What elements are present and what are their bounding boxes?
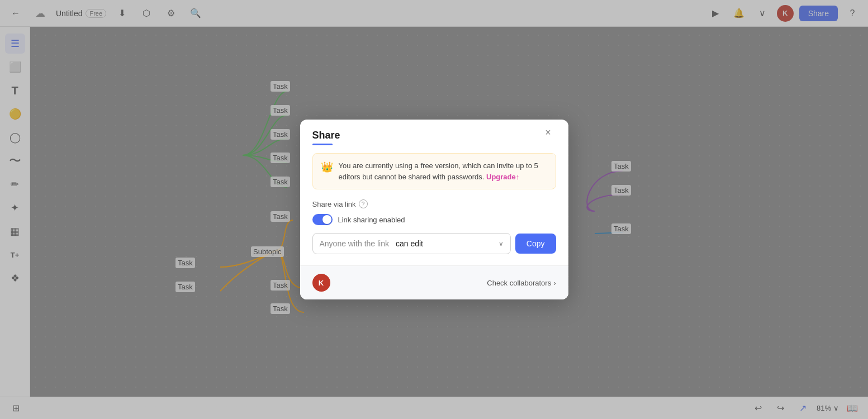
link-sharing-toggle[interactable] — [312, 214, 333, 225]
footer-user-avatar: K — [312, 274, 330, 292]
toggle-row: Link sharing enabled — [312, 214, 556, 225]
copy-link-button[interactable]: Copy — [515, 234, 556, 254]
collaborators-chevron-icon: › — [553, 279, 556, 287]
modal-body: 👑 You are currently using a free version… — [300, 145, 568, 265]
modal-overlay[interactable]: Share × 👑 You are currently using a free… — [0, 0, 868, 419]
can-edit-text: can edit — [396, 239, 423, 248]
upgrade-link[interactable]: Upgrade↑ — [486, 173, 519, 181]
modal-close-button[interactable]: × — [540, 125, 556, 141]
link-permission-select[interactable]: Anyone with the link can edit ∨ — [312, 233, 511, 254]
free-version-notice: 👑 You are currently using a free version… — [312, 153, 556, 189]
modal-footer: K Check collaborators › — [300, 265, 568, 299]
toggle-label: Link sharing enabled — [338, 216, 405, 224]
check-collaborators-link[interactable]: Check collaborators › — [487, 279, 556, 287]
anyone-text: Anyone with the link — [320, 239, 390, 248]
free-notice-text: You are currently using a free version, … — [339, 160, 548, 182]
crown-icon: 👑 — [321, 161, 333, 173]
link-select-text: Anyone with the link can edit — [320, 239, 423, 248]
toggle-thumb — [322, 215, 331, 224]
select-chevron-icon: ∨ — [499, 240, 504, 247]
modal-title: Share — [312, 130, 340, 141]
share-modal: Share × 👑 You are currently using a free… — [300, 120, 568, 299]
modal-header: Share × — [300, 120, 568, 141]
link-permission-row: Anyone with the link can edit ∨ Copy — [312, 233, 556, 254]
share-via-link-label: Share via link ? — [312, 199, 556, 208]
share-help-icon[interactable]: ? — [359, 199, 368, 208]
close-icon: × — [545, 127, 551, 139]
